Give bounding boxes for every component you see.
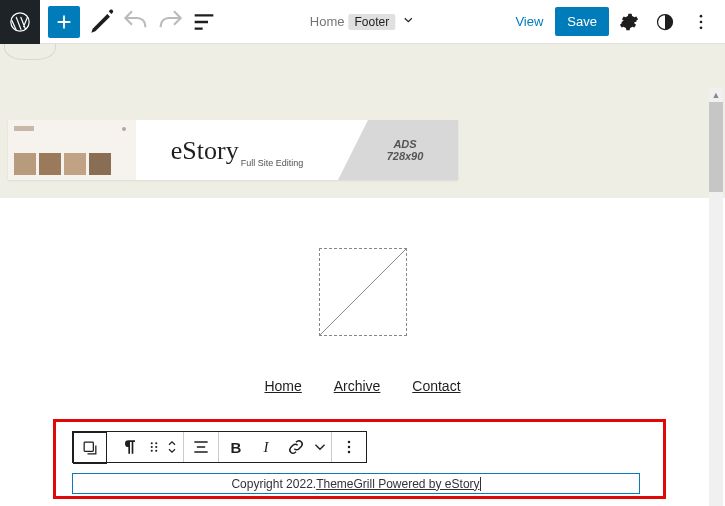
footer-nav: Home Archive Contact xyxy=(0,378,725,394)
block-toolbar: B I xyxy=(72,431,367,463)
link-button[interactable] xyxy=(281,432,311,462)
paragraph-icon[interactable] xyxy=(115,432,145,462)
collapsed-element xyxy=(4,44,56,60)
wordpress-logo[interactable] xyxy=(0,0,40,44)
block-more-button[interactable] xyxy=(334,432,364,462)
topbar-actions: View Save xyxy=(507,6,717,38)
move-up-down-button[interactable] xyxy=(163,432,181,462)
svg-point-7 xyxy=(155,442,157,444)
breadcrumb[interactable]: Home Footer xyxy=(310,13,415,30)
ad-brand: eStory Full Site Editing xyxy=(136,120,338,180)
block-type-button[interactable] xyxy=(74,433,106,463)
ads-label: ADS xyxy=(393,138,416,150)
topbar-tools xyxy=(48,6,220,38)
view-link[interactable]: View xyxy=(507,8,551,35)
more-options-button[interactable] xyxy=(685,6,717,38)
svg-point-9 xyxy=(155,446,157,448)
banner-section: eStory Full Site Editing ADS 728x90 xyxy=(0,44,725,198)
editor-topbar: Home Footer View Save xyxy=(0,0,725,44)
ad-tagline: Full Site Editing xyxy=(241,148,304,168)
image-placeholder[interactable] xyxy=(319,248,407,336)
svg-point-6 xyxy=(151,442,153,444)
edit-tool-button[interactable] xyxy=(86,6,118,38)
svg-point-8 xyxy=(151,446,153,448)
save-button[interactable]: Save xyxy=(555,7,609,36)
chevron-down-icon xyxy=(401,13,415,30)
svg-rect-5 xyxy=(84,442,93,451)
svg-point-12 xyxy=(348,441,351,444)
copyright-paragraph-block[interactable]: Copyright 2022. ThemeGrill Powered by eS… xyxy=(72,473,640,494)
scroll-up-icon[interactable]: ▲ xyxy=(709,88,723,102)
align-button[interactable] xyxy=(186,432,216,462)
text-cursor xyxy=(480,477,481,491)
svg-point-14 xyxy=(348,451,351,454)
breadcrumb-current: Footer xyxy=(349,14,396,30)
drag-handle-icon[interactable] xyxy=(145,432,163,462)
vertical-scrollbar[interactable]: ▲ ▼ xyxy=(709,88,723,506)
ad-banner[interactable]: eStory Full Site Editing ADS 728x90 xyxy=(8,120,458,180)
footer-nav-archive[interactable]: Archive xyxy=(334,378,381,394)
add-block-button[interactable] xyxy=(48,6,80,38)
copyright-prefix: Copyright 2022. xyxy=(231,477,316,491)
breadcrumb-root: Home xyxy=(310,14,345,29)
settings-button[interactable] xyxy=(613,6,645,38)
copyright-link[interactable]: ThemeGrill Powered by eStory xyxy=(316,477,479,491)
footer-nav-home[interactable]: Home xyxy=(264,378,301,394)
ad-brand-name: eStory xyxy=(171,136,239,166)
list-view-button[interactable] xyxy=(188,6,220,38)
scrollbar-thumb[interactable] xyxy=(709,102,723,192)
ad-size-label: ADS 728x90 xyxy=(338,120,458,180)
footer-nav-contact[interactable]: Contact xyxy=(412,378,460,394)
more-format-button[interactable] xyxy=(311,432,329,462)
svg-point-3 xyxy=(700,20,703,23)
svg-point-10 xyxy=(151,450,153,452)
redo-button[interactable] xyxy=(154,6,186,38)
ads-size: 728x90 xyxy=(387,150,424,162)
bold-button[interactable]: B xyxy=(221,432,251,462)
footer-section: Home Archive Contact xyxy=(0,198,725,394)
styles-button[interactable] xyxy=(649,6,681,38)
svg-point-4 xyxy=(700,26,703,29)
undo-button[interactable] xyxy=(120,6,152,38)
svg-point-11 xyxy=(155,450,157,452)
ad-thumbnail-preview xyxy=(8,120,136,180)
italic-button[interactable]: I xyxy=(251,432,281,462)
svg-point-2 xyxy=(700,14,703,17)
svg-point-13 xyxy=(348,446,351,449)
